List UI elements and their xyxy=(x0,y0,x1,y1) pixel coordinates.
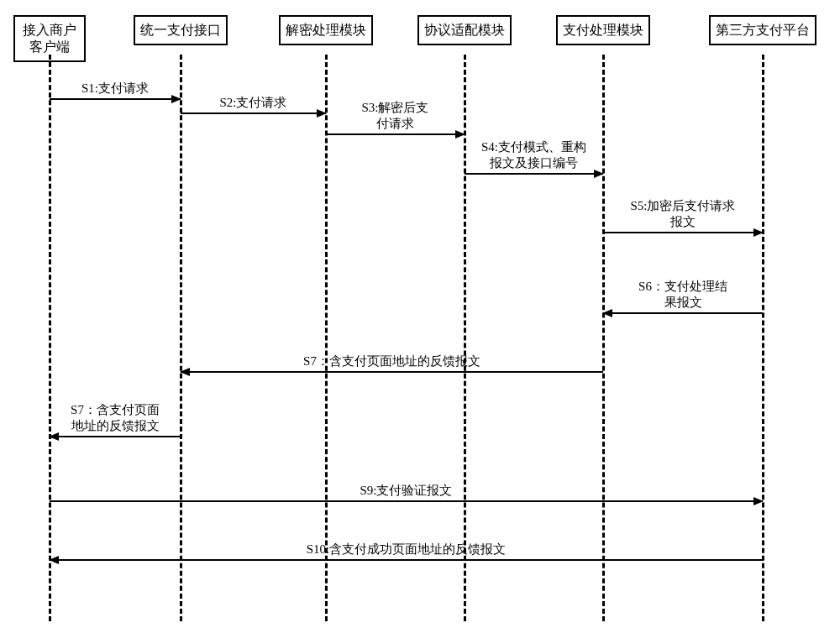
message-label-4: S4:支付模式、重构报文及接口编号 xyxy=(459,139,610,171)
participant-decrypt: 解密处理模块 xyxy=(279,15,373,45)
message-label-5: S5:加密后支付请求报文 xyxy=(607,198,759,230)
message-label-3: S3:解密后支付请求 xyxy=(320,100,471,132)
lifeline-client xyxy=(49,55,51,621)
message-label-10: S10:含支付成功页面地址的反馈报文 xyxy=(41,542,771,557)
message-label-7: S7：含支付页面地址的反馈报文 xyxy=(172,353,612,369)
participant-protocol: 协议适配模块 xyxy=(417,15,512,45)
message-label-8: S7：含支付页面地址的反馈报文 xyxy=(41,402,189,434)
participant-payproc: 支付处理模块 xyxy=(556,15,650,45)
message-label-9: S9:支付验证报文 xyxy=(41,483,771,499)
message-label-6: S6：支付处理结果报文 xyxy=(607,279,759,311)
participant-thirdparty: 第三方支付平台 xyxy=(709,15,816,45)
message-label-1: S1:支付请求 xyxy=(41,81,189,97)
message-label-2: S2:支付请求 xyxy=(172,95,334,111)
lifeline-unified xyxy=(180,55,182,621)
lifeline-thirdparty xyxy=(762,55,764,621)
participant-unified: 统一支付接口 xyxy=(134,15,228,45)
lifeline-decrypt xyxy=(325,55,328,621)
